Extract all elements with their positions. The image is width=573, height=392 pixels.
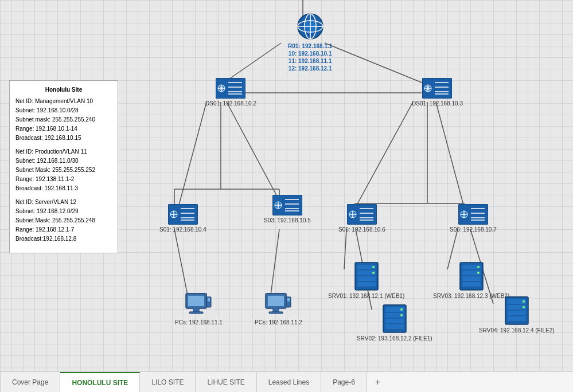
ds01-right-node[interactable]: DS01: 192.168.10.3 xyxy=(412,78,463,107)
info-box-title: Honolulu Site xyxy=(15,85,112,95)
srv02-icon xyxy=(382,304,407,334)
svg-line-6 xyxy=(354,102,413,209)
svg-rect-83 xyxy=(189,312,203,313)
s03-node[interactable]: S03: 192.168.10.5 xyxy=(264,195,311,224)
srv03-icon xyxy=(459,261,484,291)
srv04-node[interactable]: SRV04: 192.168.12.4 (FILE2) xyxy=(479,296,555,334)
s05-switch-icon xyxy=(347,204,377,225)
router-icon xyxy=(295,11,325,41)
svg-point-111 xyxy=(477,266,480,268)
tab-cover[interactable]: Cover Page xyxy=(0,372,60,392)
svg-rect-103 xyxy=(385,324,404,329)
s05-node[interactable]: S05: 192.168.10.6 xyxy=(338,204,385,233)
srv02-label: SRV02: 193.168.12.2 (FILE1) xyxy=(357,335,432,342)
svg-rect-81 xyxy=(188,296,204,306)
network-canvas: R01: 192.168.1.1 10: 192.168.10.1 11: 19… xyxy=(0,0,573,371)
svg-rect-95 xyxy=(357,276,376,281)
tab-page6[interactable]: Page-6 xyxy=(321,372,367,392)
switch-icon-left xyxy=(216,78,245,99)
srv03-node[interactable]: SRV03: 192.168.12.3 (WEB2) xyxy=(433,261,509,300)
svg-rect-110 xyxy=(462,282,481,287)
ds01-left-node[interactable]: DS01: 192.168.10.2 xyxy=(205,78,256,107)
pc2-icon xyxy=(264,292,292,317)
ds01-left-label: DS01: 192.168.10.2 xyxy=(205,100,256,107)
s05-label: S05: 192.168.10.6 xyxy=(338,226,385,233)
svg-point-118 xyxy=(523,300,525,303)
switch-icon-right xyxy=(422,78,452,99)
pc1-node[interactable]: PCs: 192.168.11.1 xyxy=(175,292,223,326)
svg-rect-91 xyxy=(287,298,290,301)
pc1-label: PCs: 192.168.11.1 xyxy=(175,319,223,326)
info-box: Honolulu Site Net ID: Management/VLAN 10… xyxy=(9,80,118,253)
tab-lihue[interactable]: LIHUE SITE xyxy=(196,372,256,392)
ds01-right-label: DS01: 192.168.10.3 xyxy=(412,100,463,107)
s01-label: S01: 192.168.10.4 xyxy=(159,226,206,233)
tab-lilo[interactable]: LILO SITE xyxy=(140,372,196,392)
pc2-label: PCs: 192.168.11.2 xyxy=(255,319,302,326)
s01-node[interactable]: S01: 192.168.10.4 xyxy=(159,204,206,233)
srv01-icon xyxy=(354,261,379,291)
svg-rect-82 xyxy=(193,308,200,312)
pc1-icon xyxy=(185,292,212,317)
s03-label: S03: 192.168.10.5 xyxy=(264,217,311,224)
tab-leased[interactable]: Leased Lines xyxy=(257,372,321,392)
srv04-icon xyxy=(504,296,529,326)
svg-line-7 xyxy=(436,102,465,209)
s03-switch-icon xyxy=(272,195,302,215)
svg-rect-96 xyxy=(357,282,376,287)
tab-honolulu[interactable]: HONOLULU SITE xyxy=(60,372,140,392)
s06-node[interactable]: S06: 192.168.10.7 xyxy=(450,204,497,233)
svg-point-98 xyxy=(372,272,375,274)
svg-point-119 xyxy=(523,306,525,308)
s06-label: S06: 192.168.10.7 xyxy=(450,226,497,233)
svg-line-4 xyxy=(227,102,279,201)
info-section-2: Net ID: Production/VLAN 11 Subnet: 192.1… xyxy=(15,147,112,193)
svg-rect-116 xyxy=(508,311,526,315)
svg-point-105 xyxy=(400,314,403,316)
s01-switch-icon xyxy=(168,204,198,225)
router-node[interactable]: R01: 192.168.1.1 10: 192.168.10.1 11: 19… xyxy=(288,11,332,72)
svg-point-97 xyxy=(372,266,375,268)
svg-rect-89 xyxy=(269,312,283,313)
pc2-node[interactable]: PCs: 192.168.11.2 xyxy=(255,292,302,326)
router-label: R01: 192.168.1.1 10: 192.168.10.1 11: 19… xyxy=(288,42,332,72)
srv04-label: SRV04: 192.168.12.4 (FILE2) xyxy=(479,327,555,334)
srv01-label: SRV01: 192.168.12.1 (WEB1) xyxy=(328,292,404,300)
s06-switch-icon xyxy=(458,204,488,225)
svg-rect-88 xyxy=(272,308,279,312)
svg-rect-85 xyxy=(208,298,210,301)
svg-rect-87 xyxy=(268,296,284,306)
svg-point-104 xyxy=(400,308,403,311)
info-section-1: Net ID: Management/VLAN 10 Subnet: 192.1… xyxy=(15,97,112,143)
svg-line-3 xyxy=(178,102,206,209)
info-section-3: Net ID: Server/VLAN 12 Subnet: 192.168.1… xyxy=(15,198,112,244)
svg-rect-117 xyxy=(508,316,526,321)
svg-point-112 xyxy=(477,272,480,274)
srv01-node[interactable]: SRV01: 192.168.12.1 (WEB1) xyxy=(328,261,404,300)
srv02-node[interactable]: SRV02: 193.168.12.2 (FILE1) xyxy=(357,304,432,342)
svg-rect-102 xyxy=(385,319,404,323)
svg-rect-109 xyxy=(462,276,481,281)
tab-add-button[interactable]: + xyxy=(367,372,388,392)
tab-bar: Cover Page HONOLULU SITE LILO SITE LIHUE… xyxy=(0,371,573,392)
